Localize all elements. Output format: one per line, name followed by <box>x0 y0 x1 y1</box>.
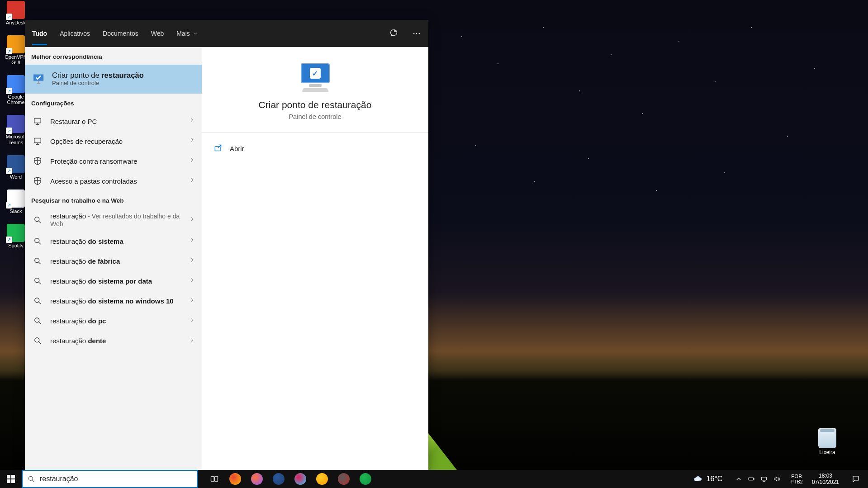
result-label: restauração - Ver resultados do trabalho… <box>50 212 183 227</box>
spotify-icon: ↗ <box>7 224 25 242</box>
chevron-right-icon <box>189 237 195 245</box>
chevron-up-icon[interactable] <box>735 475 742 483</box>
shortcut-arrow-icon: ↗ <box>6 128 12 134</box>
web-result[interactable]: restauração de fábrica <box>25 251 202 271</box>
svg-point-11 <box>35 298 39 303</box>
tab-apps[interactable]: Aplicativos <box>60 22 90 45</box>
settings-result[interactable]: Acesso a pastas controladas <box>25 171 202 191</box>
battery-icon[interactable] <box>748 475 755 483</box>
web-result[interactable]: restauração dente <box>25 331 202 351</box>
task-view-button[interactable] <box>204 470 224 488</box>
chevron-down-icon <box>193 31 198 36</box>
svg-point-13 <box>35 338 39 342</box>
shortcut-arrow-icon: ↗ <box>6 88 12 94</box>
result-label: restauração do sistema <box>50 237 183 245</box>
search-preview-column: ✓ Criar ponto de restauração Painel de c… <box>202 47 428 470</box>
more-icon[interactable] <box>412 29 421 38</box>
chevron-right-icon <box>189 137 195 145</box>
svg-point-3 <box>419 33 420 34</box>
action-label: Abrir <box>230 145 244 152</box>
tab-more[interactable]: Mais <box>176 22 198 45</box>
taskbar-pin-word[interactable] <box>268 470 289 488</box>
photoscape-icon <box>338 473 350 485</box>
weather-widget[interactable]: 16°C <box>688 474 728 484</box>
web-result[interactable]: restauração do pc <box>25 311 202 331</box>
anydesk-icon: ↗ <box>7 1 25 19</box>
feedback-icon[interactable] <box>389 28 398 38</box>
taskbar-search-box[interactable] <box>22 470 198 488</box>
result-label: restauração do sistema no windows 10 <box>50 297 183 305</box>
section-best-title: Melhor correspondência <box>25 47 202 65</box>
taskbar-pin-photoscape[interactable] <box>333 470 355 488</box>
search-tabs: Tudo Aplicativos Documentos Web Mais <box>32 22 198 45</box>
search-icon <box>31 294 44 307</box>
search-icon <box>31 235 44 247</box>
section-settings-title: Configurações <box>25 94 202 111</box>
notifications-button[interactable] <box>845 475 866 483</box>
openvpn-icon: ↗ <box>7 35 25 53</box>
taskbar-pin-slack[interactable] <box>289 470 311 488</box>
recycle-bin-icon <box>818 428 836 448</box>
clock-date: 07/10/2021 <box>812 479 839 485</box>
svg-rect-18 <box>749 478 754 480</box>
firefox-icon <box>251 473 263 485</box>
web-result[interactable]: restauração do sistema no windows 10 <box>25 291 202 311</box>
search-header: Tudo Aplicativos Documentos Web Mais <box>25 20 428 47</box>
result-label: Restaurar o PC <box>50 118 183 125</box>
recycle-bin[interactable]: Lixeira <box>813 428 842 455</box>
svg-point-12 <box>35 318 39 322</box>
clock[interactable]: 18:03 07/10/2021 <box>808 473 843 486</box>
tab-docs[interactable]: Documentos <box>103 22 138 45</box>
result-label: Acesso a pastas controladas <box>50 177 183 185</box>
svg-point-8 <box>35 238 39 243</box>
result-label: restauração do pc <box>50 317 183 325</box>
svg-point-15 <box>28 476 33 480</box>
search-icon <box>31 314 44 327</box>
settings-result[interactable]: Proteção contra ransomware <box>25 151 202 171</box>
shield-icon <box>31 155 44 167</box>
best-match-result[interactable]: Criar ponto de restauração Painel de con… <box>25 65 202 94</box>
chevron-right-icon <box>189 216 195 224</box>
best-match-subtitle: Painel de controle <box>52 80 195 86</box>
settings-result[interactable]: Opções de recuperação <box>25 131 202 151</box>
word-icon <box>273 473 285 485</box>
tab-more-label: Mais <box>176 30 190 37</box>
slack-icon: ↗ <box>7 190 25 208</box>
language-indicator[interactable]: POR PTB2 <box>787 474 806 484</box>
notifications-icon <box>852 475 860 483</box>
network-icon[interactable] <box>760 475 768 483</box>
shortcut-arrow-icon: ↗ <box>6 202 12 208</box>
result-label: Opções de recuperação <box>50 137 183 145</box>
volume-icon[interactable] <box>773 475 780 483</box>
tab-web[interactable]: Web <box>151 22 164 45</box>
taskbar-pin-explorer[interactable] <box>311 470 333 488</box>
shortcut-arrow-icon: ↗ <box>6 237 12 243</box>
preview-title: Criar ponto de restauração <box>259 99 372 110</box>
open-icon <box>213 143 223 153</box>
result-label: Proteção contra ransomware <box>50 157 183 165</box>
search-icon <box>31 213 44 226</box>
word-icon: ↗ <box>7 155 25 173</box>
web-result[interactable]: restauração do sistema por data <box>25 271 202 291</box>
taskbar-pin-chrome[interactable] <box>224 470 246 488</box>
preview-action-abrir[interactable]: Abrir <box>211 139 419 158</box>
chevron-right-icon <box>189 317 195 325</box>
web-result[interactable]: restauração do sistema <box>25 231 202 251</box>
shortcut-arrow-icon: ↗ <box>6 168 12 174</box>
svg-rect-14 <box>215 147 220 151</box>
tab-all[interactable]: Tudo <box>32 22 47 45</box>
web-result[interactable]: restauração - Ver resultados do trabalho… <box>25 208 202 231</box>
result-label: restauração dente <box>50 337 183 345</box>
preview-subtitle: Painel de controle <box>289 113 341 120</box>
chevron-right-icon <box>189 257 195 265</box>
chevron-right-icon <box>189 117 195 125</box>
taskbar: 16°C POR PTB2 18:03 07/10/2021 <box>0 470 868 488</box>
svg-rect-19 <box>754 479 754 480</box>
start-button[interactable] <box>0 470 22 488</box>
search-input[interactable] <box>40 475 193 483</box>
taskbar-pin-spotify[interactable] <box>355 470 376 488</box>
settings-result[interactable]: Restaurar o PC <box>25 111 202 131</box>
lang-line-1: POR <box>791 474 802 479</box>
taskbar-pin-firefox[interactable] <box>246 470 268 488</box>
pc-icon <box>31 135 44 147</box>
